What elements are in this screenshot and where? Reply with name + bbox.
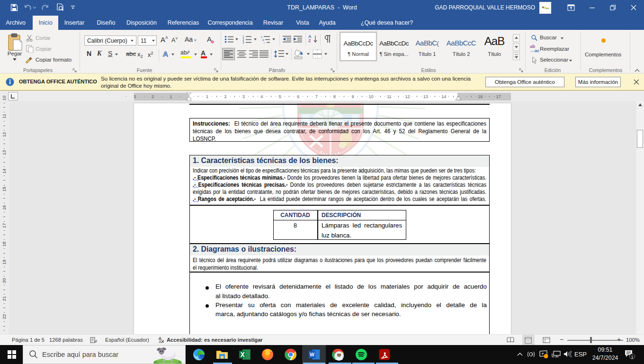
svg-text:1: 1 [631,355,633,359]
svg-text:i: i [264,41,264,44]
svg-text:3: 3 [242,41,244,44]
